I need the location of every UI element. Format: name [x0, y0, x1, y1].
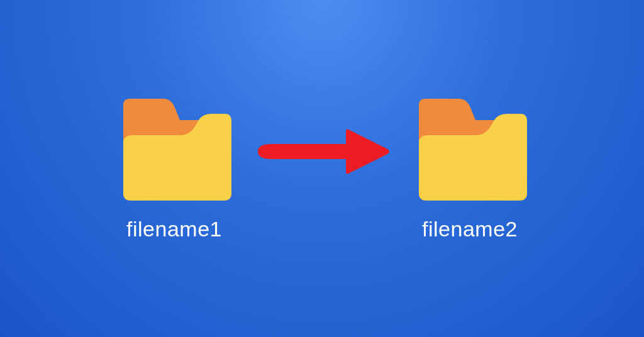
target-label: filename2 — [422, 217, 518, 241]
rename-diagram: filename1 filename2 — [114, 96, 530, 241]
folder-icon — [410, 96, 530, 203]
target-folder: filename2 — [410, 96, 530, 241]
source-label: filename1 — [126, 217, 222, 241]
folder-icon — [114, 96, 234, 203]
source-folder: filename1 — [114, 96, 234, 241]
arrow-icon — [253, 126, 391, 177]
